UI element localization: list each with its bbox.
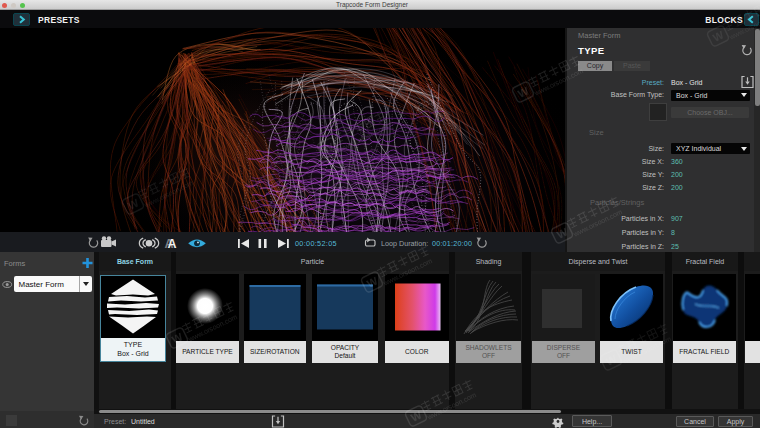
svg-text:A: A: [168, 237, 177, 251]
svg-text:00:01:20:00: 00:01:20:00: [432, 239, 472, 248]
svg-text:Loop Duration:: Loop Duration:: [381, 239, 428, 248]
svg-text:00:00:52:05: 00:00:52:05: [295, 239, 337, 248]
